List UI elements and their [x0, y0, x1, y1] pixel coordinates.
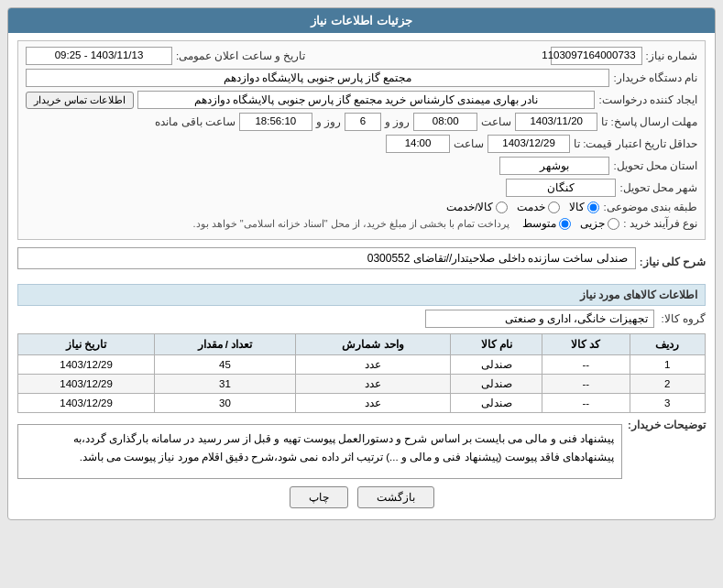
date-time-label: تاریخ و ساعت اعلان عمومی: [176, 49, 305, 62]
response-days: 6 [345, 113, 381, 131]
row-response: مهلت ارسال پاسخ: تا 1403/11/20 ساعت 08:0… [26, 113, 697, 131]
purchase-type-label: نوع فرآیند خرید : [623, 217, 697, 230]
buyer-notes-label: توضیحات خریدار: [628, 419, 706, 431]
category-option-1: کالا [569, 201, 599, 213]
cell-qty: 31 [155, 375, 295, 394]
row-purchase-type: نوع فرآیند خرید : جزیی متوسط پرداخت تمام… [26, 217, 697, 230]
category-label-kala: کالا [569, 201, 585, 213]
buyer-name-value: مجتمع گاز پارس جنوبی پالایشگاه دوازدهم [26, 69, 609, 87]
cell-date: 1403/12/29 [18, 375, 155, 394]
day-label: روز و [385, 115, 410, 128]
row-province: استان محل تحویل: بوشهر [26, 157, 697, 175]
col-name: نام کالا [451, 334, 542, 355]
category-radio-group: کالا خدمت کالا/خدمت [446, 201, 599, 213]
category-radio-kala[interactable] [587, 201, 599, 213]
col-unit: واحد شمارش [295, 334, 451, 355]
category-radio-both[interactable] [496, 201, 508, 213]
day-text-label: روز و [316, 115, 341, 128]
category-label: طبقه بندی موضوعی: [603, 201, 697, 213]
cell-code: -- [542, 355, 630, 375]
row-city: شهر محل تحویل: کنگان [26, 179, 697, 197]
purchase-label-mota: متوسط [522, 217, 556, 230]
row-creator: ایجاد کننده درخواست: نادر بهاری میمندی ک… [26, 91, 697, 109]
row-need-date: شماره نیاز: 1103097164000733 تاریخ و ساع… [26, 47, 697, 65]
table-row: 2--صندلیعدد311403/12/29 [18, 375, 706, 394]
time-label: ساعت [481, 115, 511, 128]
city-value: کنگان [506, 179, 616, 197]
category-label-khadamat: خدمت [517, 201, 545, 213]
date-time-value: 1403/11/13 - 09:25 [26, 47, 172, 65]
city-label: شهر محل تحویل: [619, 181, 697, 194]
category-label-both: کالا/خدمت [446, 201, 493, 213]
buyer-notes-value: پیشنهاد فنی و مالی می بایست بر اساس شرح … [17, 424, 622, 479]
goods-group-value: تجهیزات خانگی، اداری و صنعتی [425, 310, 654, 328]
cell-qty: 45 [155, 355, 295, 375]
goods-table: ردیف کد کالا نام کالا واحد شمارش تعداد /… [17, 333, 706, 413]
purchase-note: پرداخت تمام با بخشی از مبلغ خرید، از محل… [193, 218, 510, 230]
goods-group-label: گروه کالا: [662, 312, 706, 325]
main-card: جزئیات اطلاعات نیاز شماره نیاز: 11030971… [7, 7, 716, 520]
cell-date: 1403/12/29 [18, 394, 155, 413]
purchase-option-2: متوسط [522, 217, 571, 230]
response-from-label: مهلت ارسال پاسخ: تا [601, 115, 697, 128]
need-description-value: صندلی ساخت سازنده داخلی صلاحیتدار//تقاضا… [17, 247, 636, 269]
footer-row: بازگشت چاپ [17, 486, 706, 508]
need-number-label: شماره نیاز: [646, 49, 697, 62]
cell-unit: عدد [295, 375, 451, 394]
cell-name: صندلی [451, 375, 542, 394]
purchase-label-jozi: جزیی [580, 217, 605, 230]
cell-row: 2 [630, 375, 705, 394]
cell-date: 1403/12/29 [18, 355, 155, 375]
province-value: بوشهر [499, 157, 609, 175]
cell-code: -- [542, 375, 630, 394]
notes-section: توضیحات خریدار: پیشنهاد فنی و مالی می با… [17, 419, 706, 479]
table-row: 1--صندلیعدد451403/12/29 [18, 355, 706, 375]
card-body: شماره نیاز: 1103097164000733 تاریخ و ساع… [8, 33, 715, 519]
col-code: کد کالا [542, 334, 630, 355]
row-category: طبقه بندی موضوعی: کالا خدمت کالا/خدمت [26, 201, 697, 213]
contact-info-button[interactable]: اطلاعات تماس خریدار [26, 92, 134, 109]
table-row: 3--صندلیعدد301403/12/29 [18, 394, 706, 413]
category-radio-khadamat[interactable] [548, 201, 560, 213]
price-validity-label: حداقل تاریخ اعتبار قیمت: تا [574, 137, 697, 150]
category-option-2: خدمت [517, 201, 560, 213]
cell-name: صندلی [451, 355, 542, 375]
price-validity-date: 1403/12/29 [487, 135, 570, 153]
need-description-label: شرح کلی نیاز: [640, 256, 706, 268]
row-price-validity: حداقل تاریخ اعتبار قیمت: تا 1403/12/29 س… [26, 135, 697, 153]
response-from-date: 1403/11/20 [515, 113, 597, 131]
info-section: شماره نیاز: 1103097164000733 تاریخ و ساع… [17, 40, 706, 240]
cell-unit: عدد [295, 355, 451, 375]
cell-qty: 30 [155, 394, 295, 413]
purchase-radio-group: جزیی متوسط [522, 217, 619, 230]
cell-row: 3 [630, 394, 705, 413]
goods-section-title: اطلاعات کالاهای مورد نیاز [17, 284, 706, 306]
purchase-radio-mota[interactable] [559, 218, 571, 230]
goods-group-row: گروه کالا: تجهیزات خانگی، اداری و صنعتی [17, 310, 706, 328]
cell-code: -- [542, 394, 630, 413]
page-title: جزئیات اطلاعات نیاز [311, 14, 411, 27]
page-container: جزئیات اطلاعات نیاز شماره نیاز: 11030971… [0, 0, 723, 588]
creator-value: نادر بهاری میمندی کارشناس خرید مجتمع گاز… [137, 91, 595, 109]
need-number-value: 1103097164000733 [551, 47, 642, 65]
col-qty: تعداد / مقدار [155, 334, 295, 355]
remaining-label: ساعت باقی مانده [155, 115, 235, 128]
response-remaining: 18:56:10 [239, 113, 312, 131]
row-need-description: شرح کلی نیاز: صندلی ساخت سازنده داخلی صل… [17, 247, 706, 277]
category-option-3: کالا/خدمت [446, 201, 508, 213]
print-button[interactable]: چاپ [290, 486, 348, 508]
cell-row: 1 [630, 355, 705, 375]
creator-label: ایجاد کننده درخواست: [598, 93, 697, 106]
price-validity-time: 14:00 [386, 135, 450, 153]
purchase-option-1: جزیی [580, 217, 619, 230]
col-row: ردیف [630, 334, 705, 355]
province-label: استان محل تحویل: [613, 159, 697, 172]
time-label2: ساعت [454, 137, 484, 150]
cell-name: صندلی [451, 394, 542, 413]
card-header: جزئیات اطلاعات نیاز [8, 8, 715, 33]
row-buyer-name: نام دستگاه خریدار: مجتمع گاز پارس جنوبی … [26, 69, 697, 87]
purchase-radio-jozi[interactable] [608, 218, 619, 230]
response-from-time: 08:00 [413, 113, 477, 131]
back-button[interactable]: بازگشت [357, 486, 434, 508]
cell-unit: عدد [295, 394, 451, 413]
